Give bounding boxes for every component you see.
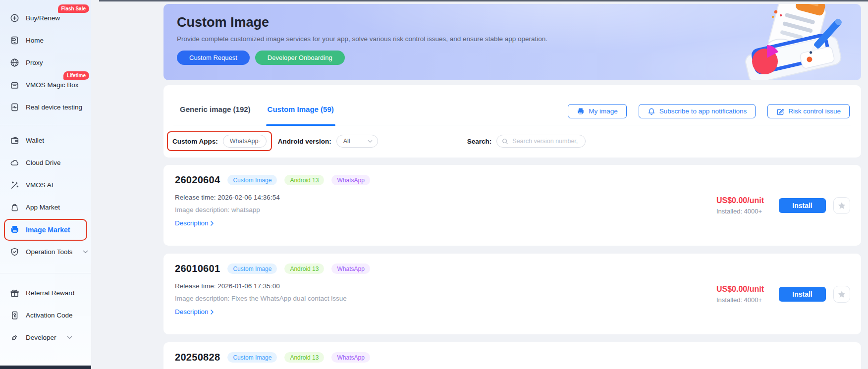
chevron-down-icon xyxy=(83,250,88,254)
device-pulse-icon xyxy=(10,103,19,112)
tag-android-version: Android 13 xyxy=(284,264,324,274)
tag-app: WhatsApp xyxy=(331,352,370,363)
sidebar-item-activation-code[interactable]: Activation Code xyxy=(0,304,91,326)
globe-icon xyxy=(10,58,19,67)
image-version: 26020604 xyxy=(175,174,220,186)
sidebar-item-vmos-ai[interactable]: VMOS AI xyxy=(0,174,91,196)
gift-icon xyxy=(10,288,19,298)
install-button[interactable]: Install xyxy=(779,287,826,302)
flash-sale-badge: Flash Sale xyxy=(58,4,89,13)
price: US$0.00/unit xyxy=(716,196,764,205)
sidebar-item-proxy[interactable]: Proxy xyxy=(0,52,91,74)
sidebar-item-label: Wallet xyxy=(26,137,44,144)
window-top-edge xyxy=(99,0,868,1)
sidebar-item-wallet[interactable]: Wallet xyxy=(0,129,91,152)
tag-app: WhatsApp xyxy=(331,175,370,185)
sidebar-item-label: Buy/Renew xyxy=(26,14,60,22)
sidebar-item-label: Activation Code xyxy=(26,312,73,319)
sidebar-item-label: VMOS Magic Box xyxy=(26,81,79,89)
search-box xyxy=(496,135,586,148)
chevron-down-icon xyxy=(258,140,261,143)
sidebar-item-operation-tools[interactable]: Operation Tools xyxy=(0,241,91,263)
sidebar-item-label: VMOS AI xyxy=(26,181,54,189)
sidebar: Flash Sale Buy/Renew Home Proxy Lifetime… xyxy=(0,0,91,369)
tag-custom-image: Custom Image xyxy=(227,175,277,185)
search-icon xyxy=(502,138,508,145)
install-button[interactable]: Install xyxy=(779,198,826,213)
android-version-filter: Android version: All xyxy=(278,135,378,148)
chevron-right-icon xyxy=(211,310,214,315)
android-version-select[interactable]: All xyxy=(336,135,378,148)
plus-circle-icon xyxy=(10,13,19,23)
description-link[interactable]: Description xyxy=(175,308,214,316)
developer-onboarding-button[interactable]: Developer Onboarding xyxy=(255,51,345,65)
sidebar-item-image-market[interactable]: Image Market xyxy=(0,218,91,241)
sidebar-item-label: Referral Reward xyxy=(26,289,74,297)
my-image-button[interactable]: My image xyxy=(568,104,627,118)
printer-icon xyxy=(577,107,585,115)
search-input[interactable] xyxy=(511,137,580,145)
search-filter: Search: xyxy=(467,135,586,148)
cloud-icon xyxy=(10,158,19,167)
card-actions: US$0.00/unit Installed: 4000+ Install xyxy=(716,285,850,304)
favorite-button[interactable] xyxy=(833,197,850,214)
magic-box-icon xyxy=(10,80,19,90)
image-card: 26010601 Custom Image Android 13 WhatsAp… xyxy=(163,254,861,334)
custom-apps-select[interactable]: WhatsApp xyxy=(223,135,267,148)
tab-generic-image[interactable]: Generic image (192) xyxy=(180,105,251,125)
plug-icon xyxy=(10,333,19,342)
subscribe-notifications-button[interactable]: Subscribe to app notifications xyxy=(639,104,756,118)
rom-printer-icon xyxy=(10,225,19,234)
image-version: 20250828 xyxy=(175,352,220,363)
page-subtitle: Provide complete customized image servic… xyxy=(177,35,861,43)
custom-apps-label: Custom Apps: xyxy=(172,138,218,145)
app-window: Flash Sale Buy/Renew Home Proxy Lifetime… xyxy=(0,0,868,369)
wallet-icon xyxy=(10,136,19,145)
magic-wand-icon xyxy=(10,180,19,190)
star-icon xyxy=(837,290,846,299)
chevron-down-icon xyxy=(67,336,72,339)
activation-key-icon xyxy=(10,311,19,320)
card-actions: US$0.00/unit Installed: 4000+ Install xyxy=(716,196,850,215)
chevron-down-icon xyxy=(368,140,373,143)
sidebar-item-label: App Market xyxy=(26,204,60,211)
sidebar-item-label: Image Market xyxy=(26,226,70,234)
search-label: Search: xyxy=(467,138,492,145)
sidebar-item-vmos-magic-box[interactable]: Lifetime VMOS Magic Box xyxy=(0,74,91,96)
custom-request-button[interactable]: Custom Request xyxy=(177,51,250,65)
sidebar-item-app-market[interactable]: App Market xyxy=(0,196,91,218)
installed-count: Installed: 4000+ xyxy=(716,296,764,304)
android-version-label: Android version: xyxy=(278,138,331,145)
sidebar-item-cloud-drive[interactable]: Cloud Drive xyxy=(0,152,91,174)
tag-app: WhatsApp xyxy=(331,264,370,274)
tag-android-version: Android 13 xyxy=(284,175,324,185)
sidebar-item-home[interactable]: Home xyxy=(0,29,91,52)
sidebar-item-referral-reward[interactable]: Referral Reward xyxy=(0,282,91,304)
sidebar-item-label: Developer xyxy=(26,334,56,341)
price: US$0.00/unit xyxy=(716,285,764,294)
page-title: Custom Image xyxy=(177,15,861,30)
sidebar-item-buy-renew[interactable]: Flash Sale Buy/Renew xyxy=(0,7,91,29)
sidebar-item-label: Cloud Drive xyxy=(26,159,61,166)
tab-custom-image[interactable]: Custom Image (59) xyxy=(268,105,334,125)
bell-icon xyxy=(648,107,655,115)
star-icon xyxy=(837,201,846,210)
shield-check-icon xyxy=(10,247,19,257)
tag-custom-image: Custom Image xyxy=(227,264,277,274)
installed-count: Installed: 4000+ xyxy=(716,208,764,215)
custom-apps-filter: Custom Apps: WhatsApp xyxy=(167,131,272,151)
sidebar-divider xyxy=(0,125,91,125)
lifetime-badge: Lifetime xyxy=(63,71,89,80)
sidebar-item-real-device-testing[interactable]: Real device testing xyxy=(0,96,91,118)
image-card: 26020604 Custom Image Android 13 WhatsAp… xyxy=(163,165,861,246)
shopping-bag-icon xyxy=(10,203,19,212)
sidebar-divider xyxy=(0,273,91,273)
header-actions: My image Subscribe to app notifications … xyxy=(568,104,850,118)
market-toolbar-panel: Generic image (192) Custom Image (59) My… xyxy=(163,85,861,158)
favorite-button[interactable] xyxy=(833,286,850,303)
sidebar-collapsed-bar xyxy=(0,366,91,369)
sidebar-item-developer[interactable]: Developer xyxy=(0,326,91,349)
custom-image-banner: Custom Image Provide complete customized… xyxy=(163,4,861,80)
risk-control-issue-button[interactable]: Risk control issue xyxy=(767,104,850,118)
description-link[interactable]: Description xyxy=(175,219,214,227)
